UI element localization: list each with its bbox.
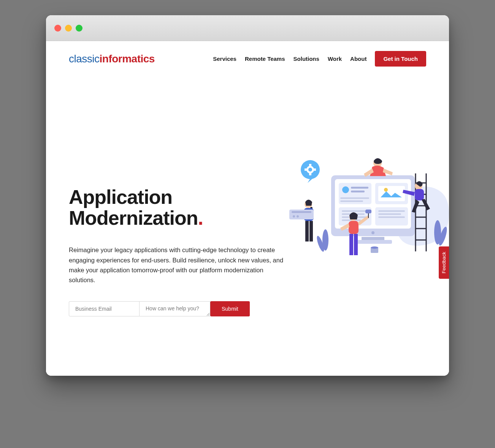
svg-rect-21 [340,200,363,202]
svg-rect-26 [342,210,368,212]
window-maximize-icon[interactable] [76,25,82,32]
main-nav: Services Remote Teams Solutions Work Abo… [213,51,426,67]
svg-rect-51 [292,211,311,213]
title-text: Application Modernization [69,186,198,229]
svg-point-53 [297,215,299,218]
nav-work[interactable]: Work [328,56,342,62]
svg-rect-13 [362,237,384,240]
svg-rect-32 [378,213,401,215]
svg-rect-33 [378,216,405,218]
nav-services[interactable]: Services [213,56,236,62]
svg-rect-14 [354,240,392,244]
svg-rect-56 [349,234,353,255]
svg-rect-48 [305,221,309,241]
svg-rect-3 [309,164,311,166]
page-title: Application Modernization. [69,187,286,228]
window-minimize-icon[interactable] [65,25,72,32]
hero-text: Application Modernization. Reimagine you… [69,187,286,316]
svg-rect-58 [365,210,371,213]
svg-rect-31 [378,210,405,212]
get-in-touch-button[interactable]: Get in Touch [375,51,426,67]
svg-rect-23 [378,186,405,201]
title-dot: . [198,207,203,229]
svg-point-17 [342,186,349,193]
message-field[interactable] [140,301,210,316]
svg-point-2 [308,168,312,172]
svg-rect-49 [309,221,313,241]
svg-rect-18 [351,187,368,189]
logo-part2: informatics [100,53,155,65]
svg-rect-55 [349,221,359,234]
svg-rect-5 [305,168,307,171]
svg-point-15 [371,231,374,234]
nav-solutions[interactable]: Solutions [294,56,319,62]
svg-rect-19 [351,191,365,192]
email-field[interactable] [69,301,140,316]
logo-part1: classic [69,53,100,65]
hero-illustration [289,153,449,263]
browser-titlebar [46,15,449,41]
svg-rect-57 [354,234,358,255]
svg-rect-6 [314,168,316,171]
svg-rect-43 [415,189,424,200]
svg-rect-50 [289,210,314,219]
feedback-tab[interactable]: Feedback [439,246,449,279]
nav-about[interactable]: About [350,56,366,62]
nav-remote-teams[interactable]: Remote Teams [245,56,285,62]
svg-point-24 [384,188,388,192]
contact-form: Submit [69,301,286,316]
svg-point-52 [293,215,295,218]
svg-rect-20 [340,197,369,199]
window-close-icon[interactable] [54,25,61,32]
browser-window: classicinformatics Services Remote Teams… [46,15,449,376]
hero-description: Reimagine your legacy applications with … [69,245,286,285]
site-header: classicinformatics Services Remote Teams… [46,41,449,73]
page-content: classicinformatics Services Remote Teams… [46,41,449,376]
hero-section: Application Modernization. Reimagine you… [46,187,449,316]
svg-rect-4 [309,173,311,175]
submit-button[interactable]: Submit [210,301,250,316]
svg-point-61 [371,246,378,249]
logo[interactable]: classicinformatics [69,53,155,65]
